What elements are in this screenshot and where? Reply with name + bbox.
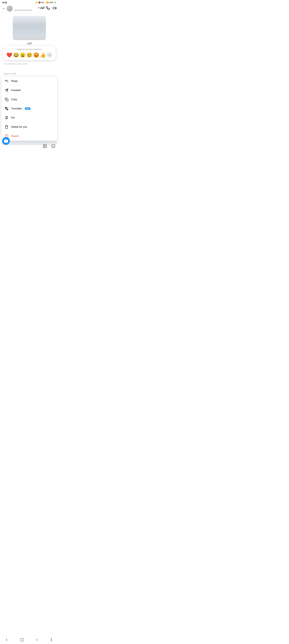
reactions-hint: Swipe to see more reactions [6, 48, 53, 50]
reaction-heart[interactable]: ❤️ [6, 52, 12, 58]
svg-point-10 [6, 140, 7, 142]
menu-item-report[interactable]: Report [2, 132, 57, 141]
reaction-thumbsup[interactable]: 👍 [40, 52, 46, 58]
context-menu-overlay: Today 8:13 AM Reply Forward [2, 72, 57, 141]
plus-icon: + [49, 54, 51, 57]
copy-label: Copy [11, 98, 17, 101]
chat-background: You both follow amir_jan98 [2, 61, 57, 71]
pin-icon [5, 116, 9, 120]
important-label: الهام [2, 42, 57, 45]
reply-icon [5, 79, 9, 83]
svg-point-13 [52, 144, 55, 148]
delete-label: Delete for you [11, 126, 27, 128]
svg-point-12 [44, 145, 45, 146]
reaction-laugh[interactable]: 😂 [13, 52, 19, 58]
delete-icon [5, 125, 9, 129]
menu-item-forward[interactable]: Forward [2, 86, 57, 95]
message-timestamp: Today 8:13 AM [2, 72, 57, 75]
header-actions [46, 6, 57, 11]
reaction-angry[interactable]: 😡 [33, 52, 39, 58]
menu-item-reply[interactable]: Reply [2, 76, 57, 86]
reactions-container: Swipe to see more reactions ❤️ 😂 😮 😢 😡 👍… [3, 46, 56, 60]
menu-item-copy[interactable]: Copy [2, 95, 57, 104]
wifi-icon: 📶 [46, 1, 49, 4]
contact-avatar [7, 6, 13, 12]
contact-name[interactable]: الهام > [14, 6, 45, 9]
reactions-row: ❤️ 😂 😮 😢 😡 👍 + [6, 52, 53, 58]
bottom-action-area [0, 146, 59, 157]
status-bar: 8:23 🔑 🔇 4G↑↓ 📶 46% 🔋 [0, 0, 59, 4]
contact-info: الهام > [14, 6, 45, 11]
battery-label: 46% [49, 1, 53, 4]
reaction-sad[interactable]: 😢 [27, 52, 33, 58]
forward-label: Forward [11, 89, 21, 92]
svg-rect-0 [53, 7, 55, 9]
status-icons: 🔑 🔇 4G↑↓ 📶 46% 🔋 [35, 1, 56, 4]
follow-text: You both follow amir_jan98 [4, 63, 55, 65]
translate-icon [5, 106, 9, 111]
chat-header: ← الهام > [0, 4, 59, 13]
video-button[interactable] [53, 6, 57, 11]
status-time: 8:23 [3, 1, 7, 4]
bottom-bar [42, 143, 57, 150]
contact-subtitle [14, 10, 32, 11]
back-button[interactable]: ← [2, 6, 6, 10]
reaction-add-button[interactable]: + [47, 52, 52, 58]
gallery-button[interactable] [42, 143, 48, 150]
signal-icon: 4G↑↓ [41, 1, 46, 4]
copy-icon [5, 97, 9, 102]
battery-icon: 🔋 [54, 1, 56, 4]
reaction-wow[interactable]: 😮 [20, 52, 26, 58]
context-menu: Reply Forward Copy [2, 76, 57, 141]
report-label: Report [11, 135, 19, 138]
menu-item-pin[interactable]: Pin [2, 113, 57, 122]
pin-label: Pin [11, 116, 15, 119]
message-image [13, 16, 46, 40]
translate-new-badge: New [25, 108, 31, 110]
key-icon: 🔑 [35, 1, 38, 4]
chat-area: الهام Swipe to see more reactions ❤️ 😂 😮… [0, 13, 59, 72]
mute-icon: 🔇 [38, 1, 41, 4]
translate-label: Translate [11, 107, 22, 110]
reply-label: Reply [11, 80, 18, 82]
svg-rect-3 [6, 99, 8, 101]
camera-button[interactable] [2, 137, 10, 145]
forward-icon [5, 88, 9, 92]
menu-item-delete[interactable]: Delete for you [2, 122, 57, 132]
menu-item-translate[interactable]: Translate New [2, 104, 57, 113]
phone-button[interactable] [46, 6, 50, 11]
message-image-container [2, 16, 57, 40]
sticker-button[interactable] [50, 143, 57, 150]
